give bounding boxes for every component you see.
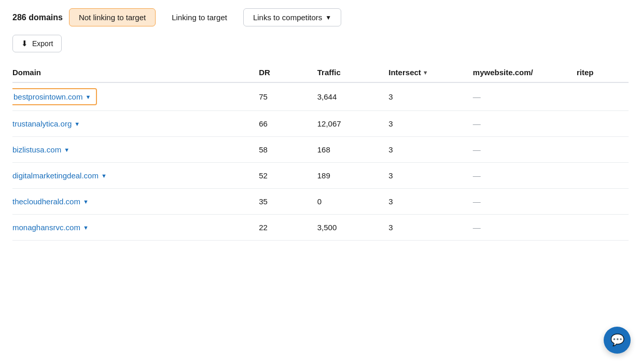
tab-competitors[interactable]: Links to competitors ▼ — [243, 8, 341, 26]
table-row: thecloudherald.com▼3503— — [12, 189, 629, 215]
table-row: bestprosintown.com▼753,6443— — [12, 82, 629, 111]
column-header-intersect[interactable]: Intersect ▼ — [388, 63, 473, 82]
table-row: bizlistusa.com▼581683— — [12, 137, 629, 163]
chat-button[interactable]: 💬 — [604, 327, 631, 354]
traffic-cell: 3,644 — [317, 82, 389, 111]
ritep-cell — [577, 215, 629, 241]
traffic-cell: 0 — [317, 189, 389, 215]
export-button[interactable]: ⬇ Export — [12, 35, 62, 52]
mywebsite-cell: — — [473, 111, 577, 137]
mywebsite-cell: — — [473, 163, 577, 189]
dr-cell: 75 — [259, 82, 317, 111]
domain-cell: monaghansrvc.com▼ — [12, 215, 259, 241]
tab-not-linking[interactable]: Not linking to target — [69, 8, 156, 26]
chevron-down-icon: ▼ — [85, 94, 91, 100]
column-header-mywebsite: mywebsite.com/ — [473, 63, 577, 82]
traffic-cell: 3,500 — [317, 215, 389, 241]
ritep-cell — [577, 137, 629, 163]
column-header-traffic: Traffic — [317, 63, 389, 82]
mywebsite-cell: — — [473, 189, 577, 215]
traffic-cell: 12,067 — [317, 111, 389, 137]
download-icon: ⬇ — [21, 39, 28, 48]
column-header-ritep: ritep — [577, 63, 629, 82]
table-row: trustanalytica.org▼6612,0673— — [12, 111, 629, 137]
ritep-cell — [577, 111, 629, 137]
domain-link[interactable]: bizlistusa.com▼ — [12, 145, 69, 154]
dash-value: — — [473, 145, 481, 154]
intersect-sort-button[interactable]: Intersect ▼ — [388, 68, 428, 77]
sort-arrow-icon: ▼ — [423, 69, 428, 76]
domain-cell: bizlistusa.com▼ — [12, 137, 259, 163]
domain-link[interactable]: monaghansrvc.com▼ — [12, 223, 89, 232]
traffic-cell: 168 — [317, 137, 389, 163]
traffic-cell: 189 — [317, 163, 389, 189]
chevron-down-icon: ▼ — [64, 147, 69, 153]
tab-linking[interactable]: Linking to target — [162, 8, 237, 26]
chevron-down-icon: ▼ — [325, 14, 331, 21]
intersect-cell: 3 — [388, 82, 473, 111]
dash-value: — — [473, 197, 481, 206]
domain-link[interactable]: digitalmarketingdeal.com▼ — [12, 171, 107, 180]
table-header-row: Domain DR Traffic Intersect ▼ mywebsite.… — [12, 63, 629, 82]
dash-value: — — [473, 223, 481, 232]
domain-cell: bestprosintown.com▼ — [12, 82, 259, 111]
dr-cell: 22 — [259, 215, 317, 241]
intersect-cell: 3 — [388, 111, 473, 137]
domain-link[interactable]: trustanalytica.org▼ — [12, 119, 80, 128]
dash-value: — — [473, 119, 481, 128]
domains-count: 286 domains — [12, 13, 63, 22]
dash-value: — — [473, 171, 481, 180]
intersect-cell: 3 — [388, 137, 473, 163]
table-row: monaghansrvc.com▼223,5003— — [12, 215, 629, 241]
chat-icon: 💬 — [610, 333, 624, 347]
dr-cell: 35 — [259, 189, 317, 215]
intersect-cell: 3 — [388, 163, 473, 189]
dr-cell: 66 — [259, 111, 317, 137]
table-row: digitalmarketingdeal.com▼521893— — [12, 163, 629, 189]
column-header-domain: Domain — [12, 63, 259, 82]
ritep-cell — [577, 163, 629, 189]
chevron-down-icon: ▼ — [83, 199, 89, 205]
toolbar: ⬇ Export — [12, 35, 629, 52]
domain-link[interactable]: thecloudherald.com▼ — [12, 197, 89, 206]
mywebsite-cell: — — [473, 82, 577, 111]
dr-cell: 52 — [259, 163, 317, 189]
chevron-down-icon: ▼ — [101, 173, 107, 179]
domain-cell: thecloudherald.com▼ — [12, 189, 259, 215]
mywebsite-cell: — — [473, 215, 577, 241]
chevron-down-icon: ▼ — [83, 225, 89, 231]
domain-link[interactable]: bestprosintown.com▼ — [13, 92, 91, 101]
dr-cell: 58 — [259, 137, 317, 163]
domains-table: Domain DR Traffic Intersect ▼ mywebsite.… — [12, 63, 629, 241]
column-header-dr: DR — [259, 63, 317, 82]
filter-bar: 286 domains Not linking to target Linkin… — [12, 8, 629, 26]
ritep-cell — [577, 189, 629, 215]
domain-cell: digitalmarketingdeal.com▼ — [12, 163, 259, 189]
intersect-cell: 3 — [388, 215, 473, 241]
chevron-down-icon: ▼ — [74, 121, 80, 127]
domain-cell: trustanalytica.org▼ — [12, 111, 259, 137]
mywebsite-cell: — — [473, 137, 577, 163]
dash-value: — — [473, 92, 481, 101]
intersect-cell: 3 — [388, 189, 473, 215]
ritep-cell — [577, 82, 629, 111]
